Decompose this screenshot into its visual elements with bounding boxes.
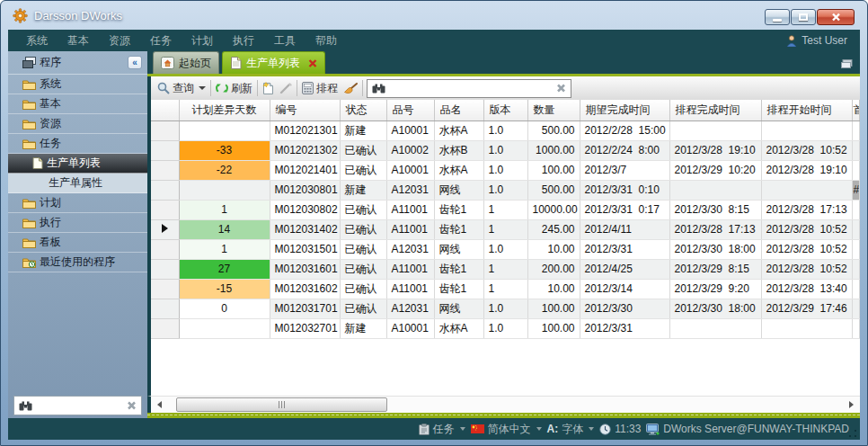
refresh-button[interactable]: 刷新: [213, 78, 255, 98]
row-selector[interactable]: [151, 318, 179, 338]
cell-sched_start: [761, 120, 852, 140]
column-header[interactable]: 计划差异天数: [179, 100, 270, 120]
tab-home[interactable]: 起始页: [153, 51, 219, 74]
cell-status: 已确认: [340, 299, 386, 318]
row-selector[interactable]: [151, 259, 179, 279]
cell-item_no: A12031: [386, 299, 434, 318]
table-row[interactable]: -15M012031602已确认A11001齿轮1110.002012/3/14…: [151, 279, 859, 299]
sidebar-item[interactable]: 系统: [8, 75, 147, 94]
minimize-button[interactable]: [765, 9, 790, 25]
cell-diff: -22: [179, 160, 270, 180]
collapse-sidebar-button[interactable]: «: [128, 56, 142, 69]
scrollbar-track[interactable]: [165, 397, 846, 413]
menu-item[interactable]: 工具: [264, 33, 306, 49]
cell-diff: 1: [179, 200, 270, 219]
clear-search-icon[interactable]: [127, 401, 137, 410]
column-header[interactable]: 版本: [483, 100, 527, 120]
column-header[interactable]: 排程开始时间: [761, 100, 852, 120]
refresh-icon: [216, 82, 228, 94]
table-row[interactable]: M012032701新建A10001水杯A1.0100.002012/3/31: [151, 318, 859, 338]
row-selector[interactable]: [151, 239, 179, 259]
row-selector[interactable]: [151, 299, 179, 318]
cell-sched_end: 2012/3/29 10:20: [669, 160, 761, 180]
cell-sched_start: 2012/3/28 10:52: [761, 259, 852, 279]
broom-icon: [343, 82, 358, 94]
sidebar-search[interactable]: [13, 396, 142, 415]
menu-item[interactable]: 系统: [16, 33, 58, 49]
menu-item[interactable]: 执行: [223, 33, 264, 49]
table-row[interactable]: 1M012031501已确认A12031网线1.010.002012/3/312…: [151, 239, 859, 259]
scroll-right-arrow[interactable]: [849, 401, 854, 408]
cell-status: 已确认: [340, 279, 386, 299]
close-button[interactable]: [817, 9, 855, 25]
status-task[interactable]: 任务: [419, 422, 465, 437]
tab-production-order-list[interactable]: 生产单列表: [222, 51, 325, 74]
cell-qty: 200.00: [527, 259, 580, 279]
menu-item[interactable]: 资源: [99, 33, 140, 49]
scroll-left-arrow[interactable]: [157, 401, 162, 408]
column-header[interactable]: 排程完成时间: [669, 100, 761, 120]
cell-sched_end: 2012/3/28 17:13: [669, 219, 761, 239]
column-header[interactable]: 数量: [527, 100, 580, 120]
close-tab-icon[interactable]: [308, 59, 317, 67]
query-button[interactable]: 查询: [155, 78, 208, 98]
scrollbar-thumb[interactable]: [176, 397, 387, 412]
row-selector[interactable]: [151, 200, 179, 219]
china-flag-icon: [471, 424, 484, 433]
cell-diff: 0: [179, 299, 270, 318]
table-row[interactable]: 14M012031402已确认A11001齿轮11245.002012/4/11…: [151, 219, 859, 239]
user-box[interactable]: Test User: [786, 30, 847, 51]
schedule-button[interactable]: 排程: [299, 78, 341, 98]
new-button[interactable]: [260, 78, 277, 98]
sidebar-item[interactable]: 资源: [8, 114, 147, 134]
cell-status: 新建: [340, 180, 386, 200]
menu-item[interactable]: 任务: [140, 33, 182, 49]
sidebar-header: 程序 «: [8, 51, 147, 75]
sidebar-item[interactable]: 基本: [8, 94, 147, 114]
table-row[interactable]: 0M012031701已确认A12031网线1.0100.002012/3/30…: [151, 299, 859, 318]
sidebar-item[interactable]: 生产单属性: [8, 174, 147, 193]
table-row[interactable]: -33M012021302已确认A10002水杯B1.01000.002012/…: [151, 140, 859, 160]
cell-version: 1: [483, 200, 527, 219]
row-selector[interactable]: [151, 140, 179, 160]
column-header[interactable]: 首: [852, 100, 859, 120]
menu-item[interactable]: 基本: [58, 33, 99, 49]
sidebar-item[interactable]: 最近使用的程序: [8, 253, 147, 272]
table-row[interactable]: 27M012031601已确认A11001齿轮11200.002012/4/25…: [151, 259, 859, 279]
resize-grip[interactable]: [848, 429, 857, 438]
font-icon: A:: [547, 423, 559, 435]
status-font[interactable]: A: 字体: [547, 422, 595, 437]
table-row[interactable]: M012030801新建A12031网线1.0500.002012/3/31 0…: [151, 180, 859, 200]
table-row[interactable]: 1M012030802已确认A11001齿轮1110000.002012/3/3…: [151, 200, 859, 219]
column-header[interactable]: 品号: [386, 100, 434, 120]
row-selector[interactable]: [151, 160, 179, 180]
status-language[interactable]: 简体中文: [471, 422, 542, 437]
clean-button[interactable]: [341, 78, 360, 98]
horizontal-scrollbar[interactable]: [147, 396, 860, 413]
edit-button[interactable]: [277, 78, 295, 98]
column-header[interactable]: 状态: [340, 100, 386, 120]
row-selector[interactable]: [151, 279, 179, 299]
column-header[interactable]: 编号: [270, 100, 340, 120]
column-header[interactable]: 品名: [434, 100, 483, 120]
toolbar-clear-search-icon[interactable]: [556, 84, 566, 93]
table-row[interactable]: M012021301新建A10001水杯A1.0500.002012/2/28 …: [151, 120, 859, 140]
row-selector[interactable]: [151, 120, 179, 140]
edit-pencil-icon: [279, 82, 292, 94]
sidebar-item[interactable]: 生产单列表: [8, 154, 147, 174]
toolbar-search-box[interactable]: [367, 79, 571, 98]
menu-item[interactable]: 计划: [182, 33, 223, 49]
row-selector[interactable]: [151, 219, 179, 239]
cell-qty: 10000.00: [527, 200, 580, 219]
sidebar-item[interactable]: 计划: [8, 193, 147, 213]
row-selector[interactable]: [151, 180, 179, 200]
column-header[interactable]: 期望完成时间: [580, 100, 669, 120]
maximize-button[interactable]: [791, 9, 816, 25]
menu-item[interactable]: 帮助: [306, 33, 347, 49]
cell-sched_start: 2012/3/28 13:40: [761, 279, 852, 299]
sidebar-item[interactable]: 任务: [8, 134, 147, 154]
table-row[interactable]: -22M012021401已确认A10001水杯A1.0100.002012/3…: [151, 160, 859, 180]
sidebar-item[interactable]: 执行: [8, 213, 147, 233]
sidebar-item[interactable]: 看板: [8, 233, 147, 253]
window-list-icon[interactable]: [841, 59, 853, 68]
